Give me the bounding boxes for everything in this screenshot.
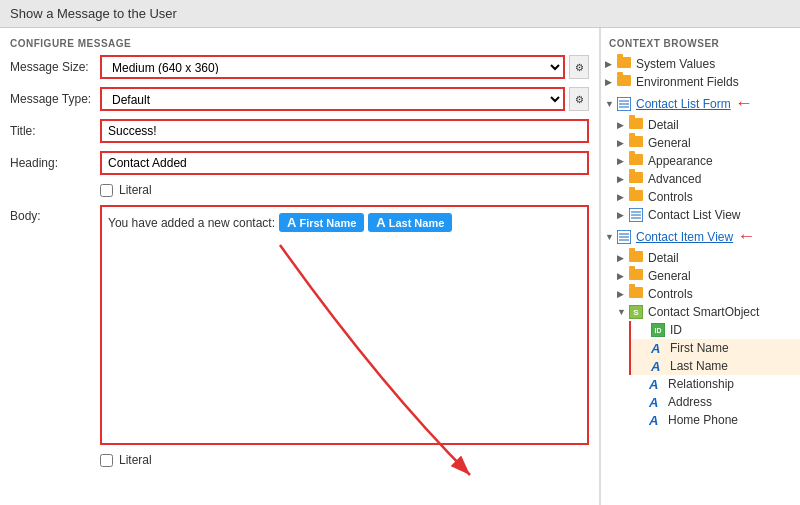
- message-type-label: Message Type:: [10, 92, 100, 106]
- field-address-label: Address: [668, 395, 712, 409]
- expand-controls2: ▶: [617, 289, 629, 299]
- message-type-select[interactable]: Default Info Warning Error: [100, 87, 565, 111]
- general-folder-icon: [629, 136, 645, 150]
- tree-item-field-lastname[interactable]: A Last Name: [629, 357, 800, 375]
- expand-detail2: ▶: [617, 253, 629, 263]
- expand-general: ▶: [617, 138, 629, 148]
- message-size-select[interactable]: Medium (640 x 360) Small (320 x 180) Lar…: [100, 55, 565, 79]
- title-input[interactable]: [100, 119, 589, 143]
- message-size-icon-btn[interactable]: ⚙: [569, 55, 589, 79]
- expand-controls: ▶: [617, 192, 629, 202]
- body-prefix: You have added a new contact:: [108, 216, 275, 230]
- advanced-label: Advanced: [648, 172, 701, 186]
- title-text: Show a Message to the User: [10, 6, 177, 21]
- body-content[interactable]: You have added a new contact: A First Na…: [100, 205, 589, 445]
- contact-list-form-arrow: ←: [735, 93, 753, 114]
- last-name-badge-icon: A: [376, 215, 385, 230]
- left-panel: CONFIGURE MESSAGE Message Size: Medium (…: [0, 28, 600, 505]
- tree-item-environment-fields[interactable]: ▶ Environment Fields: [601, 73, 800, 91]
- expand-detail: ▶: [617, 120, 629, 130]
- expand-general2: ▶: [617, 271, 629, 281]
- heading-row: Heading:: [10, 151, 589, 175]
- tree-item-field-firstname[interactable]: A First Name: [629, 339, 800, 357]
- tree-item-field-id[interactable]: ID ID: [629, 321, 800, 339]
- message-type-row: Message Type: Default Info Warning Error…: [10, 87, 589, 111]
- first-name-badge[interactable]: A First Name: [279, 213, 364, 232]
- body-label: Body:: [10, 205, 100, 223]
- tree-item-field-address[interactable]: A Address: [629, 393, 800, 411]
- heading-label: Heading:: [10, 156, 100, 170]
- contact-list-view-label: Contact List View: [648, 208, 741, 222]
- content-area: CONFIGURE MESSAGE Message Size: Medium (…: [0, 28, 800, 505]
- message-type-control: Default Info Warning Error ⚙: [100, 87, 589, 111]
- general-label: General: [648, 136, 691, 150]
- message-size-control: Medium (640 x 360) Small (320 x 180) Lar…: [100, 55, 589, 79]
- literal-bottom-checkbox[interactable]: [100, 454, 113, 467]
- heading-input[interactable]: [100, 151, 589, 175]
- literal-row: Literal: [100, 183, 589, 197]
- tree-item-general[interactable]: ▶ General: [601, 134, 800, 152]
- expand-contact-list-view: ▶: [617, 210, 629, 220]
- last-name-badge-label: Last Name: [389, 217, 445, 229]
- message-size-row: Message Size: Medium (640 x 360) Small (…: [10, 55, 589, 79]
- title-field-label: Title:: [10, 124, 100, 138]
- first-name-badge-label: First Name: [299, 217, 356, 229]
- field-id-label: ID: [670, 323, 682, 337]
- field-lastname-label: Last Name: [670, 359, 728, 373]
- title-control: [100, 119, 589, 143]
- message-type-icon-btn[interactable]: ⚙: [569, 87, 589, 111]
- field-firstname-icon: A: [651, 341, 667, 355]
- tree-item-detail[interactable]: ▶ Detail: [601, 116, 800, 134]
- field-firstname-label: First Name: [670, 341, 729, 355]
- tree-item-contact-list-view[interactable]: ▶ Contact List View: [601, 206, 800, 224]
- detail2-folder-icon: [629, 251, 645, 265]
- expand-advanced: ▶: [617, 174, 629, 184]
- body-text: You have added a new contact: A First Na…: [108, 213, 581, 232]
- field-relationship-icon: A: [649, 377, 665, 391]
- configure-section-label: CONFIGURE MESSAGE: [10, 38, 589, 49]
- message-size-label: Message Size:: [10, 60, 100, 74]
- expand-environment-fields: ▶: [605, 77, 617, 87]
- tree-item-advanced[interactable]: ▶ Advanced: [601, 170, 800, 188]
- field-address-icon: A: [649, 395, 665, 409]
- literal-checkbox[interactable]: [100, 184, 113, 197]
- contact-smartobject-icon: S: [629, 305, 645, 319]
- system-values-folder-icon: [617, 57, 633, 71]
- detail2-label: Detail: [648, 251, 679, 265]
- tree-item-field-homephone[interactable]: A Home Phone: [629, 411, 800, 429]
- context-browser: CONTEXT BROWSER ▶ System Values ▶ Enviro…: [600, 28, 800, 505]
- field-lastname-icon: A: [651, 359, 667, 373]
- tree-item-controls2[interactable]: ▶ Controls: [601, 285, 800, 303]
- tree-item-system-values[interactable]: ▶ System Values: [601, 55, 800, 73]
- controls-folder-icon: [629, 190, 645, 204]
- context-browser-header: CONTEXT BROWSER: [601, 34, 800, 55]
- detail-folder-icon: [629, 118, 645, 132]
- contact-item-view-icon: [617, 230, 633, 244]
- contact-item-view-arrow: ←: [737, 226, 755, 247]
- advanced-folder-icon: [629, 172, 645, 186]
- heading-control: [100, 151, 589, 175]
- tree-item-appearance[interactable]: ▶ Appearance: [601, 152, 800, 170]
- field-homephone-label: Home Phone: [668, 413, 738, 427]
- first-name-badge-icon: A: [287, 215, 296, 230]
- tree-item-detail2[interactable]: ▶ Detail: [601, 249, 800, 267]
- last-name-badge[interactable]: A Last Name: [368, 213, 452, 232]
- field-homephone-icon: A: [649, 413, 665, 427]
- controls2-folder-icon: [629, 287, 645, 301]
- body-area: Body: You have added a new contact: A Fi…: [10, 205, 589, 445]
- tree-item-contact-item-view[interactable]: ▼ Contact Item View ←: [601, 224, 800, 249]
- expand-contact-list-form: ▼: [605, 99, 617, 109]
- field-relationship-label: Relationship: [668, 377, 734, 391]
- tree-item-general2[interactable]: ▶ General: [601, 267, 800, 285]
- svg-text:S: S: [633, 308, 639, 317]
- controls-label: Controls: [648, 190, 693, 204]
- literal-bottom-row: Literal: [100, 453, 589, 467]
- tree-item-field-relationship[interactable]: A Relationship: [629, 375, 800, 393]
- tree-item-controls[interactable]: ▶ Controls: [601, 188, 800, 206]
- tree-item-contact-list-form[interactable]: ▼ Contact List Form ←: [601, 91, 800, 116]
- contact-smartobject-label: Contact SmartObject: [648, 305, 759, 319]
- field-id-icon: ID: [651, 323, 667, 337]
- title-bar: Show a Message to the User: [0, 0, 800, 28]
- tree-item-contact-smartobject[interactable]: ▼ S Contact SmartObject: [601, 303, 800, 321]
- environment-fields-folder-icon: [617, 75, 633, 89]
